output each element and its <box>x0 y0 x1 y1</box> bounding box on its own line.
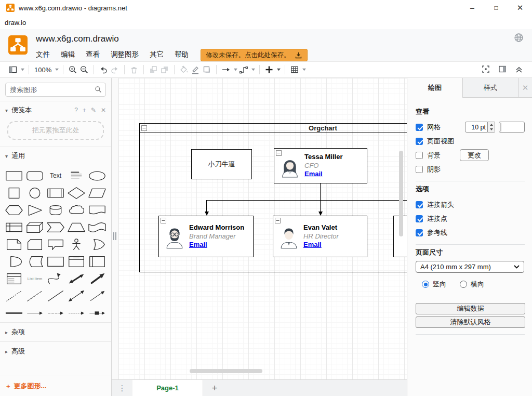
diagram-canvas[interactable]: Orgchart 小刀牛逼 <box>112 78 407 379</box>
shape-link[interactable] <box>87 305 108 321</box>
format-panel-toggle-icon[interactable] <box>498 64 507 75</box>
grid-size-input[interactable] <box>465 122 488 133</box>
shape-internal-storage[interactable] <box>4 219 24 235</box>
shape-bidirectional-arrow[interactable] <box>66 270 87 287</box>
language-globe-icon[interactable] <box>514 33 524 43</box>
org-node-brand-collapse-icon[interactable] <box>161 218 166 223</box>
edge-to-hr[interactable] <box>320 200 321 212</box>
shape-directional-connector[interactable] <box>87 287 108 304</box>
shape-horizontal-line[interactable] <box>4 305 24 321</box>
zoom-in-button[interactable] <box>67 63 78 76</box>
scratchpad-add-icon[interactable]: + <box>83 107 86 114</box>
edge-horizontal[interactable] <box>206 200 407 201</box>
menu-extras[interactable]: 其它 <box>150 50 164 59</box>
shape-dashed-arrow[interactable] <box>45 305 66 321</box>
shape-rectangle[interactable] <box>4 167 24 184</box>
shape-hexagon[interactable] <box>4 202 24 218</box>
guides-checkbox[interactable] <box>416 229 423 236</box>
zoom-level[interactable]: 100% <box>33 66 53 74</box>
scratchpad-edit-icon[interactable]: ✎ <box>91 107 96 114</box>
shape-square[interactable] <box>4 184 24 201</box>
shape-document[interactable] <box>87 202 108 218</box>
org-node-hr-email-link[interactable]: Email <box>303 241 322 249</box>
section-general-header[interactable]: ▾ 通用 <box>0 147 111 165</box>
connection-style-button[interactable] <box>220 63 232 76</box>
shape-rounded-rectangle[interactable] <box>24 167 45 184</box>
stepper-down-icon[interactable] <box>488 127 495 133</box>
view-panels-caret-icon[interactable] <box>20 68 25 71</box>
shape-step[interactable] <box>45 219 66 235</box>
background-checkbox[interactable] <box>416 152 423 159</box>
portrait-option[interactable]: 竖向 <box>422 280 446 289</box>
fullscreen-icon[interactable] <box>481 64 490 75</box>
org-node-ceo[interactable]: 小刀牛逼 <box>191 149 252 179</box>
shape-callout[interactable] <box>45 236 66 253</box>
shape-line[interactable] <box>45 287 66 304</box>
app-menu-drawio[interactable]: draw.io <box>5 19 26 27</box>
delete-button[interactable] <box>128 63 140 76</box>
shape-container-horizontal[interactable] <box>87 253 108 270</box>
to-front-button[interactable] <box>148 63 159 76</box>
insert-button[interactable] <box>263 63 275 76</box>
landscape-radio[interactable] <box>460 281 467 288</box>
landscape-option[interactable]: 横向 <box>460 280 484 289</box>
shape-actor[interactable] <box>66 236 87 253</box>
menu-arrange[interactable]: 调整图形 <box>111 50 139 59</box>
shape-container-vertical[interactable] <box>66 253 87 270</box>
view-panels-button[interactable] <box>7 63 19 76</box>
edge-to-brand[interactable] <box>206 200 207 212</box>
change-background-button[interactable]: 更改 <box>460 149 489 161</box>
pages-menu-icon[interactable]: ⋮ <box>112 380 132 396</box>
tab-style[interactable]: 样式 <box>463 78 518 97</box>
page-tab[interactable]: Page-1 <box>132 380 203 396</box>
tab-diagram[interactable]: 绘图 <box>407 78 463 98</box>
waypoint-style-button[interactable] <box>238 63 249 76</box>
insert-caret-icon[interactable] <box>276 68 281 71</box>
shape-arrow[interactable] <box>87 270 108 287</box>
scratchpad-collapse-icon[interactable]: ▾ <box>5 108 11 113</box>
section-misc-collapse-icon[interactable]: ▸ <box>5 329 11 335</box>
zoom-out-button[interactable] <box>78 63 90 76</box>
line-color-button[interactable] <box>190 63 201 76</box>
org-node-cfo[interactable]: Tessa Miller CFO Email <box>274 148 367 183</box>
shape-list[interactable] <box>4 270 24 287</box>
shape-dotted-arrow[interactable] <box>66 305 87 321</box>
shape-diamond[interactable] <box>66 184 87 201</box>
shape-process[interactable] <box>45 184 66 201</box>
org-node-hr[interactable]: Evan Valet HR Director Email <box>273 216 367 257</box>
table-button[interactable] <box>289 63 300 76</box>
shape-textbox[interactable] <box>66 167 87 184</box>
format-panel-close-icon[interactable]: ✕ <box>518 78 532 97</box>
shape-thin-arrow[interactable] <box>24 305 45 321</box>
orgchart-collapse-icon[interactable] <box>141 125 147 131</box>
shape-search-input[interactable] <box>5 83 106 97</box>
app-menubar[interactable]: draw.io <box>0 16 532 29</box>
zoom-caret-icon[interactable] <box>55 68 59 71</box>
add-page-button[interactable]: + <box>203 380 226 396</box>
page-size-select[interactable]: A4 (210 mm x 297 mm) <box>416 261 524 273</box>
shape-cube[interactable] <box>24 219 45 235</box>
unsaved-changes-banner[interactable]: 修改未保存。点击此处保存。 <box>201 49 308 61</box>
section-misc-header[interactable]: ▸ 杂项 <box>0 322 111 341</box>
to-back-button[interactable] <box>159 63 170 76</box>
menu-help[interactable]: 帮助 <box>175 50 189 59</box>
scratchpad-help-icon[interactable]: ? <box>74 107 78 114</box>
shape-data-storage[interactable] <box>24 253 45 270</box>
section-general-collapse-icon[interactable]: ▾ <box>5 153 11 159</box>
edge-cfo-down[interactable] <box>320 183 321 200</box>
shape-and[interactable] <box>4 253 24 270</box>
maximize-icon[interactable]: □ <box>484 0 508 16</box>
shape-cylinder[interactable] <box>45 202 66 218</box>
close-icon[interactable]: ✕ <box>508 0 532 16</box>
shape-circle[interactable] <box>24 184 45 201</box>
scratchpad-close-icon[interactable]: ✕ <box>101 107 106 114</box>
shape-container[interactable] <box>45 253 66 270</box>
org-node-brand[interactable]: Edward Morrison Brand Manager Email <box>158 216 254 257</box>
scratchpad-dropzone[interactable]: 把元素拖至此处 <box>7 121 104 140</box>
shape-note[interactable] <box>4 236 24 253</box>
more-shapes-button[interactable]: + 更多图形... <box>0 376 111 396</box>
shadow-checkbox[interactable] <box>416 166 423 173</box>
connection-style-caret-icon[interactable] <box>233 68 238 71</box>
shape-text[interactable]: Text <box>45 167 66 184</box>
grid-color-swatch[interactable] <box>499 122 525 133</box>
